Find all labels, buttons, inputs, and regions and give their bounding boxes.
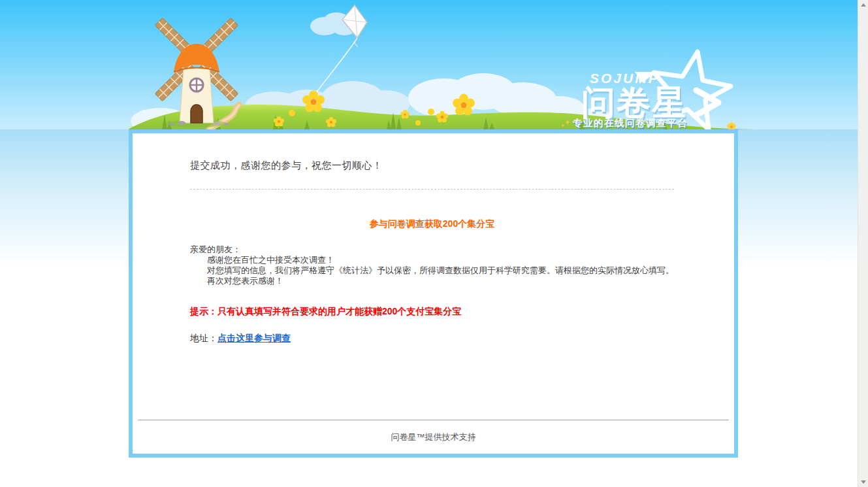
scroll-up-arrow-icon[interactable] [858, 0, 868, 10]
logo-text-cn: 问卷星 [581, 84, 687, 122]
survey-result-panel: 提交成功，感谢您的参与，祝您一切顺心！ 参与问卷调查获取200个集分宝 亲爱的朋… [129, 129, 738, 458]
vertical-scrollbar[interactable] [858, 0, 868, 487]
address-label: 地址： [190, 333, 217, 343]
scroll-down-arrow-icon[interactable] [858, 477, 868, 487]
panel-content: 提交成功，感谢您的参与，祝您一切顺心！ 参与问卷调查获取200个集分宝 亲爱的朋… [133, 133, 734, 344]
thank-you-letter: 亲爱的朋友： 感谢您在百忙之中接受本次调查！ 对您填写的信息，我们将严格遵守《统… [190, 244, 674, 286]
dashed-divider [190, 189, 674, 190]
letter-greeting: 亲爱的朋友： [190, 244, 674, 255]
promo-title: 参与问卷调查获取200个集分宝 [190, 218, 674, 230]
reward-notice: 提示：只有认真填写并符合要求的用户才能获赠200个支付宝集分宝 [190, 306, 674, 318]
survey-result-page: SOJUMP 问卷星 问卷星 专业的在线问卷调查平台 专业的在线问卷调查平台 提… [0, 0, 868, 487]
letter-line: 再次对您表示感谢！ [190, 276, 674, 286]
submit-success-message: 提交成功，感谢您的参与，祝您一切顺心！ [190, 160, 674, 172]
header-banner: SOJUMP 问卷星 问卷星 专业的在线问卷调查平台 专业的在线问卷调查平台 [0, 0, 868, 129]
footer-credit: 问卷星™提供技术支持 [133, 420, 734, 462]
letter-line: 感谢您在百忙之中接受本次调查！ [190, 255, 674, 265]
logo-tagline: 专业的在线问卷调查平台 [572, 118, 688, 128]
join-survey-link[interactable]: 点击这里参与调查 [217, 333, 291, 343]
address-row: 地址：点击这里参与调查 [190, 333, 674, 344]
header-illustration-svg: SOJUMP 问卷星 问卷星 专业的在线问卷调查平台 专业的在线问卷调查平台 [0, 0, 868, 129]
letter-line: 对您填写的信息，我们将严格遵守《统计法》予以保密，所得调查数据仅用于科学研究需要… [190, 265, 674, 276]
